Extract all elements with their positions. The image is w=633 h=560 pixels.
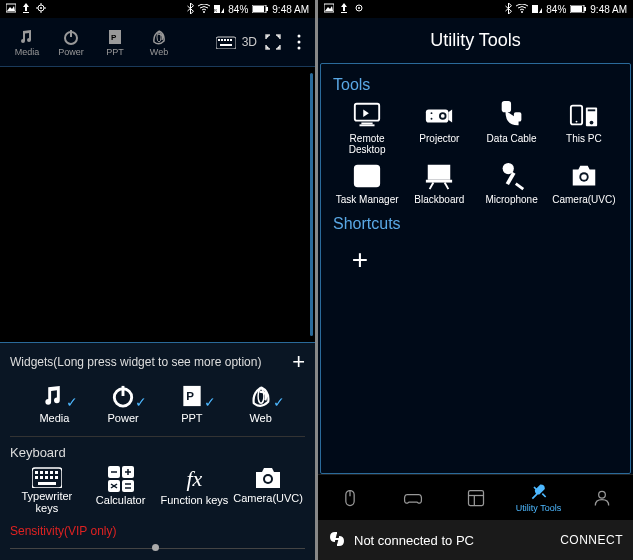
svg-point-86 xyxy=(590,121,594,125)
kb-calculator[interactable]: Calculator xyxy=(86,466,156,514)
tools-panel: Tools Remote Desktop Projector Data Cabl… xyxy=(320,63,631,474)
svg-rect-46 xyxy=(55,476,58,479)
svg-point-65 xyxy=(358,7,360,9)
shortcuts-heading: Shortcuts xyxy=(333,215,618,233)
svg-rect-14 xyxy=(253,6,264,12)
tool-task-manager[interactable]: Task Manager xyxy=(333,161,401,205)
tool-this-pc[interactable]: This PC xyxy=(550,100,618,155)
threeD-button[interactable]: 3D xyxy=(242,35,257,49)
tool-camera[interactable]: Camera(UVC) xyxy=(550,161,618,205)
target-icon xyxy=(36,3,46,15)
svg-point-79 xyxy=(431,118,433,120)
nav-utility-tools[interactable]: Utility Tools xyxy=(507,475,570,520)
svg-rect-88 xyxy=(428,165,451,180)
svg-rect-24 xyxy=(224,39,226,41)
sensitivity-label: Sensitivity(VIP only) xyxy=(10,518,305,540)
svg-rect-40 xyxy=(50,471,53,474)
svg-point-29 xyxy=(298,41,301,44)
picture-icon xyxy=(324,3,334,15)
widget-power[interactable]: Power ✓ xyxy=(95,383,151,424)
add-shortcut-button[interactable]: + xyxy=(339,239,381,281)
svg-rect-98 xyxy=(468,490,483,505)
svg-rect-67 xyxy=(532,5,538,13)
svg-point-83 xyxy=(575,121,577,123)
svg-rect-43 xyxy=(40,476,43,479)
connect-button[interactable]: CONNECT xyxy=(560,533,623,547)
topbar-web[interactable]: Web xyxy=(138,28,180,57)
svg-rect-81 xyxy=(514,113,520,121)
svg-marker-62 xyxy=(325,6,333,11)
kb-function[interactable]: fx Function keys xyxy=(159,466,229,514)
widget-ppt[interactable]: P PPT ✓ xyxy=(164,383,220,424)
svg-point-95 xyxy=(581,174,587,180)
svg-point-9 xyxy=(203,11,205,13)
svg-line-90 xyxy=(430,183,434,190)
svg-rect-15 xyxy=(266,7,268,11)
connection-bar: Not connected to PC CONNECT xyxy=(318,520,633,560)
svg-rect-70 xyxy=(571,6,582,12)
svg-rect-63 xyxy=(341,12,347,13)
tool-projector[interactable]: Projector xyxy=(405,100,473,155)
topbar-power[interactable]: Power xyxy=(50,28,92,57)
topbar-media[interactable]: Media xyxy=(6,28,48,57)
battery-pct: 84% xyxy=(228,4,248,15)
svg-rect-21 xyxy=(216,37,236,49)
svg-rect-74 xyxy=(360,124,375,126)
svg-rect-42 xyxy=(35,476,38,479)
svg-text:P: P xyxy=(111,33,117,42)
nav-layout[interactable] xyxy=(444,475,507,520)
svg-rect-39 xyxy=(45,471,48,474)
svg-point-4 xyxy=(40,7,42,9)
svg-point-66 xyxy=(521,11,523,13)
svg-rect-25 xyxy=(227,39,229,41)
fullscreen-icon[interactable] xyxy=(263,32,283,52)
upload-icon xyxy=(340,3,348,15)
widget-web[interactable]: Web ✓ xyxy=(233,383,289,424)
check-icon: ✓ xyxy=(204,394,216,410)
check-icon: ✓ xyxy=(135,394,147,410)
bottom-nav: Utility Tools xyxy=(318,474,633,520)
nav-mouse[interactable] xyxy=(318,475,381,520)
check-icon: ✓ xyxy=(66,394,78,410)
bluetooth-icon xyxy=(187,3,194,16)
bluetooth-icon xyxy=(505,3,512,16)
tool-blackboard[interactable]: Blackboard xyxy=(405,161,473,205)
nav-profile[interactable] xyxy=(570,475,633,520)
page-title: Utility Tools xyxy=(318,18,633,63)
svg-rect-27 xyxy=(220,44,232,46)
more-icon[interactable] xyxy=(289,32,309,52)
sim-icon xyxy=(532,3,542,15)
svg-rect-85 xyxy=(588,109,596,111)
svg-rect-71 xyxy=(584,7,586,11)
svg-rect-44 xyxy=(45,476,48,479)
nav-gamepad[interactable] xyxy=(381,475,444,520)
svg-rect-23 xyxy=(221,39,223,41)
add-widget-button[interactable]: + xyxy=(292,351,305,373)
svg-rect-2 xyxy=(23,12,29,13)
touchpad-area[interactable] xyxy=(0,66,315,342)
status-bar: 84% 9:48 AM xyxy=(318,0,633,18)
svg-marker-12 xyxy=(221,8,224,13)
widget-media[interactable]: Media ✓ xyxy=(26,383,82,424)
screen-right: 84% 9:48 AM Utility Tools Tools Remote D… xyxy=(318,0,633,560)
connection-status: Not connected to PC xyxy=(354,533,474,548)
screen-left: R 84% 9:48 AM Media Power P PPT Web 3D xyxy=(0,0,315,560)
svg-point-77 xyxy=(441,114,445,118)
svg-point-60 xyxy=(265,476,271,482)
tool-remote-desktop[interactable]: Remote Desktop xyxy=(333,100,401,155)
kb-camera[interactable]: Camera(UVC) xyxy=(233,466,303,514)
svg-rect-45 xyxy=(50,476,53,479)
sensitivity-slider[interactable] xyxy=(10,540,305,556)
tool-microphone[interactable]: Microphone xyxy=(478,161,546,205)
svg-marker-1 xyxy=(7,6,15,11)
status-bar: R 84% 9:48 AM xyxy=(0,0,315,18)
battery-icon xyxy=(252,4,268,15)
topbar-ppt[interactable]: P PPT xyxy=(94,28,136,57)
kb-typewriter[interactable]: Typewriter keys xyxy=(12,466,82,514)
svg-rect-51 xyxy=(122,480,134,492)
keyboard-icon[interactable] xyxy=(216,32,236,52)
svg-point-30 xyxy=(298,47,301,50)
tool-data-cable[interactable]: Data Cable xyxy=(478,100,546,155)
svg-rect-73 xyxy=(362,123,373,125)
clock: 9:48 AM xyxy=(590,4,627,15)
